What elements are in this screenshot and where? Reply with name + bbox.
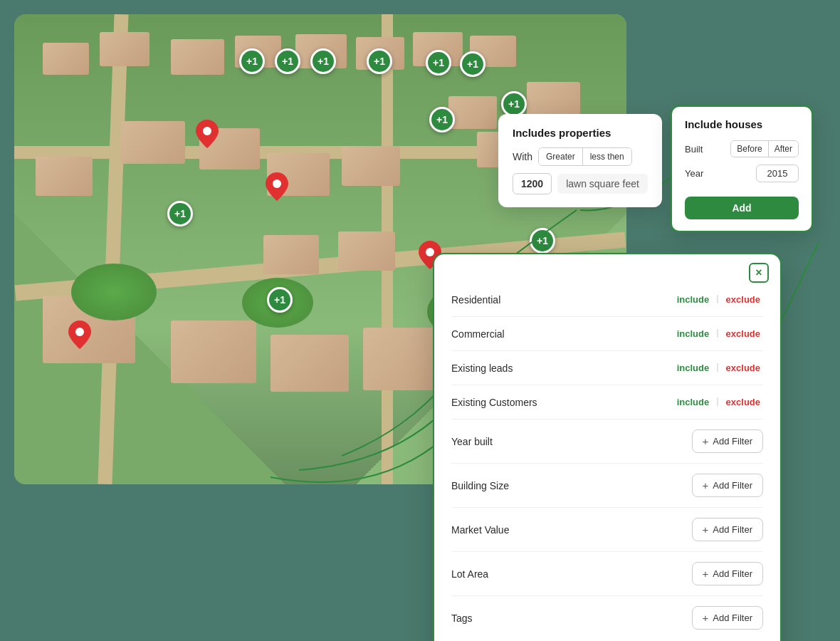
year-row: Year [685,165,799,182]
map-pin-green[interactable]: +1 [310,48,336,74]
add-filter-label: Add Filter [713,480,752,491]
map-house [121,121,185,164]
pin-label: +1 [537,235,548,246]
map-pin-red[interactable] [68,320,91,349]
filter-name-year-built: Year built [451,436,493,447]
panel-header: × [434,254,780,283]
building-size-add-filter-btn[interactable]: + Add Filter [692,474,763,497]
plus-icon: + [703,568,709,580]
filter-name-tags: Tags [451,613,473,624]
filter-item-residential: Residential include | exclude [451,283,763,317]
filter-item-lot-area: Lot Area + Add Filter [451,552,763,596]
tags-add-filter-btn[interactable]: + Add Filter [692,606,763,630]
map-pin-green[interactable]: +1 [530,228,555,254]
pin-label: +1 [467,58,478,70]
pin-label: +1 [282,56,293,67]
pin-label: +1 [317,56,329,67]
map-house [448,96,497,129]
add-filter-label: Add Filter [713,524,752,535]
map-house-large [171,320,256,383]
filter-item-tags: Tags + Add Filter [451,596,763,640]
market-value-add-filter-btn[interactable]: + Add Filter [692,518,763,541]
map-pin-red[interactable] [196,120,219,148]
commercial-exclude-btn[interactable]: exclude [723,327,763,340]
greater-btn[interactable]: Greater [539,148,583,165]
filter-item-commercial: Commercial include | exclude [451,317,763,351]
add-filter-label: Add Filter [713,436,752,447]
pin-label: +1 [436,114,448,125]
operator-btn-group[interactable]: Greater less then [538,147,632,166]
filter-name-existing-customers: Existing Customers [451,397,537,408]
filter-name-residential: Residential [451,294,500,306]
commercial-include-btn[interactable]: include [674,327,713,340]
map-pin-green[interactable]: +1 [367,48,392,74]
existing-customers-include-btn[interactable]: include [674,395,713,409]
includes-card-title: Includes properties [513,127,648,139]
plus-icon: + [703,523,709,536]
map-pin-green[interactable]: +1 [426,50,451,75]
existing-customers-actions: include | exclude [674,395,763,409]
plus-icon: + [703,479,709,491]
map-pin-red[interactable] [266,172,288,201]
svg-point-1 [273,179,281,188]
svg-point-3 [75,328,84,336]
filter-item-building-size: Building Size + Add Filter [451,464,763,508]
includes-row-operator: With Greater less then [513,147,648,166]
houses-card-title: Include houses [685,118,799,130]
pin-label: +1 [433,57,444,68]
filter-item-existing-customers: Existing Customers include | exclude [451,385,763,419]
before-btn[interactable]: Before [731,141,768,157]
road-vertical-1 [98,14,128,484]
pin-label: +1 [374,56,385,67]
built-row: Built Before After [685,140,799,157]
existing-leads-include-btn[interactable]: include [674,361,713,375]
map-pin-green[interactable]: +1 [275,48,300,74]
value-input[interactable] [513,173,552,194]
existing-customers-exclude-btn[interactable]: exclude [723,395,763,409]
filter-name-building-size: Building Size [451,480,509,491]
map-house [36,157,93,196]
map-house [338,231,395,271]
after-btn[interactable]: After [769,141,798,157]
filter-item-year-built: Year built + Add Filter [451,419,763,464]
before-after-group[interactable]: Before After [730,140,799,157]
pin-label: +1 [174,208,186,219]
filter-name-lot-area: Lot Area [451,568,488,580]
filter-name-commercial: Commercial [451,328,505,340]
year-label: Year [685,168,703,179]
map-pin-green[interactable]: +1 [501,91,527,117]
filter-item-existing-leads: Existing leads include | exclude [451,351,763,385]
pin-label: +1 [246,56,258,67]
map-house [342,146,400,186]
plus-icon: + [703,612,709,624]
map-pin-green[interactable]: +1 [167,201,193,226]
less-then-btn[interactable]: less then [583,148,631,165]
commercial-actions: include | exclude [674,327,763,340]
unit-text: lawn square feet [557,174,648,194]
plus-icon: + [703,435,709,447]
map-house [171,39,224,75]
lot-area-add-filter-btn[interactable]: + Add Filter [692,562,763,585]
pin-label: +1 [274,294,285,306]
add-filter-label: Add Filter [713,613,752,623]
year-input[interactable] [756,165,799,182]
existing-leads-exclude-btn[interactable]: exclude [723,361,763,375]
with-label: With [513,151,532,162]
year-built-add-filter-btn[interactable]: + Add Filter [692,429,763,453]
close-btn[interactable]: × [749,263,769,283]
residential-exclude-btn[interactable]: exclude [723,293,763,306]
panel-content: Residential include | exclude Commercial… [434,283,780,641]
residential-include-btn[interactable]: include [674,293,713,306]
map-pin-green[interactable]: +1 [460,51,485,77]
map-pin-green[interactable]: +1 [429,107,455,132]
grass-patch [71,264,157,320]
svg-point-0 [203,127,211,135]
built-label: Built [685,144,703,155]
map-pin-green[interactable]: +1 [267,287,293,313]
houses-add-btn[interactable]: Add [685,197,799,219]
map-pin-green[interactable]: +1 [239,48,265,74]
map-house [263,235,319,274]
existing-leads-actions: include | exclude [674,361,763,375]
includes-value-row: lawn square feet [513,173,648,194]
filter-item-market-value: Market Value + Add Filter [451,508,763,552]
